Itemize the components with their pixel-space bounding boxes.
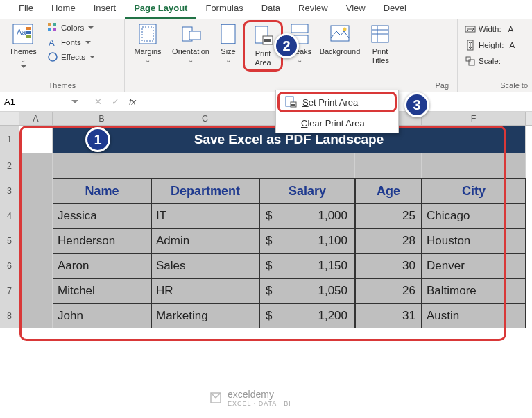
cell-dept[interactable]: Marketing (151, 303, 259, 328)
col-header-b[interactable]: B (53, 112, 151, 125)
height-control[interactable]: Height: A (462, 39, 517, 51)
table-header[interactable]: City (422, 178, 526, 203)
size-button[interactable]: Size ⌄ (215, 22, 241, 65)
print-area-dropdown: Set Print Area Clear Print Area (275, 90, 399, 133)
cell-city[interactable]: Chicago (422, 203, 526, 228)
watermark-tag: EXCEL · DATA · BI (228, 400, 291, 407)
svg-rect-5 (48, 23, 51, 26)
cell-salary[interactable]: $1,150 (259, 253, 355, 278)
effects-button[interactable]: Effects (44, 51, 98, 63)
row-header[interactable]: 6 (0, 253, 19, 278)
table-header[interactable]: Age (355, 178, 422, 203)
cell-name[interactable]: Jessica (53, 203, 151, 228)
svg-rect-19 (291, 24, 308, 33)
cell[interactable] (19, 253, 53, 278)
tab-review[interactable]: Review (289, 0, 337, 19)
name-box[interactable]: A1 (0, 93, 83, 111)
tab-page-layout[interactable]: Page Layout (125, 0, 196, 19)
enter-icon[interactable]: ✓ (112, 97, 119, 107)
svg-rect-4 (26, 35, 31, 38)
print-titles-button[interactable]: Print Titles (365, 22, 395, 66)
col-header-a[interactable]: A (19, 112, 53, 125)
tab-home[interactable]: Home (42, 0, 85, 19)
cell-age[interactable]: 31 (355, 303, 422, 328)
tab-formulas[interactable]: Formulas (196, 0, 252, 19)
cell[interactable] (355, 153, 422, 178)
row-header[interactable]: 8 (0, 303, 19, 328)
select-all-corner[interactable] (0, 112, 19, 125)
row-header[interactable]: 3 (0, 178, 19, 203)
row-header[interactable]: 5 (0, 228, 19, 253)
cell-name[interactable]: John (53, 303, 151, 328)
cell-name[interactable]: Aaron (53, 253, 151, 278)
table-header[interactable]: Name (53, 178, 151, 203)
cell[interactable] (19, 203, 53, 228)
cell-name[interactable]: Mitchel (53, 278, 151, 303)
row-header[interactable]: 1 (0, 126, 19, 153)
cell-salary[interactable]: $1,200 (259, 303, 355, 328)
svg-rect-7 (48, 28, 51, 31)
cell-city[interactable]: Austin (422, 303, 526, 328)
col-header-f[interactable]: F (422, 112, 526, 125)
table-header[interactable]: Department (151, 178, 259, 203)
cell[interactable] (19, 278, 53, 303)
svg-rect-29 (466, 57, 470, 61)
svg-rect-3 (26, 31, 31, 34)
cell[interactable] (19, 126, 53, 153)
cell-name[interactable]: Henderson (53, 228, 151, 253)
cell[interactable] (19, 178, 53, 203)
table-row: 5 Henderson Admin $1,100 28 Houston (0, 228, 532, 253)
col-header-c[interactable]: C (151, 112, 259, 125)
tab-insert[interactable]: Insert (85, 0, 126, 19)
background-button[interactable]: Background (316, 22, 363, 58)
cell-dept[interactable]: Sales (151, 253, 259, 278)
cell[interactable] (19, 153, 53, 178)
row-header[interactable]: 4 (0, 203, 19, 228)
cell[interactable] (53, 153, 151, 178)
cell[interactable] (259, 153, 355, 178)
cell[interactable] (422, 153, 526, 178)
tab-file[interactable]: File (10, 0, 42, 19)
cell[interactable] (151, 153, 259, 178)
cell-dept[interactable]: IT (151, 203, 259, 228)
cell[interactable] (19, 228, 53, 253)
cell-age[interactable]: 30 (355, 253, 422, 278)
fx-icon[interactable]: fx (129, 97, 136, 107)
cell-salary[interactable]: $1,050 (259, 278, 355, 303)
dollar-sign: $ (266, 209, 272, 223)
watermark-name: exceldemy (228, 389, 274, 400)
cell-city[interactable]: Denver (422, 253, 526, 278)
tab-developer[interactable]: Devel (375, 0, 415, 19)
size-icon (217, 23, 239, 45)
cancel-icon[interactable]: ✕ (94, 97, 102, 107)
cell[interactable] (19, 303, 53, 328)
tab-view[interactable]: View (337, 0, 375, 19)
row-header[interactable]: 7 (0, 278, 19, 303)
set-print-area-item[interactable]: Set Print Area (277, 92, 397, 112)
cell-dept[interactable]: Admin (151, 228, 259, 253)
margins-button[interactable]: Margins ⌄ (129, 22, 166, 65)
row-header[interactable]: 2 (0, 153, 19, 178)
cell-salary[interactable]: $1,000 (259, 203, 355, 228)
fonts-button[interactable]: A Fonts (44, 36, 98, 49)
cell-age[interactable]: 25 (355, 203, 422, 228)
width-icon (465, 24, 476, 35)
cell-dept[interactable]: HR (151, 278, 259, 303)
cell-age[interactable]: 26 (355, 278, 422, 303)
cell-city[interactable]: Baltimore (422, 278, 526, 303)
cell-city[interactable]: Houston (422, 228, 526, 253)
colors-button[interactable]: Colors (44, 22, 98, 34)
salary-value: 1,100 (318, 234, 347, 248)
print-area-label: Print Area (255, 49, 271, 67)
svg-rect-8 (53, 28, 56, 31)
orientation-button[interactable]: Orientation ⌄ (168, 22, 214, 65)
cell-salary[interactable]: $1,100 (259, 228, 355, 253)
width-control[interactable]: Width: A (462, 23, 517, 35)
cell-age[interactable]: 28 (355, 228, 422, 253)
scale-control[interactable]: Scale: (462, 55, 517, 67)
themes-button[interactable]: Aa Themes ⌄ (4, 22, 42, 71)
tab-data[interactable]: Data (252, 0, 289, 19)
clear-print-area-item[interactable]: Clear Print Area (276, 114, 398, 133)
table-header[interactable]: Salary (259, 178, 355, 203)
dollar-sign: $ (266, 259, 272, 273)
